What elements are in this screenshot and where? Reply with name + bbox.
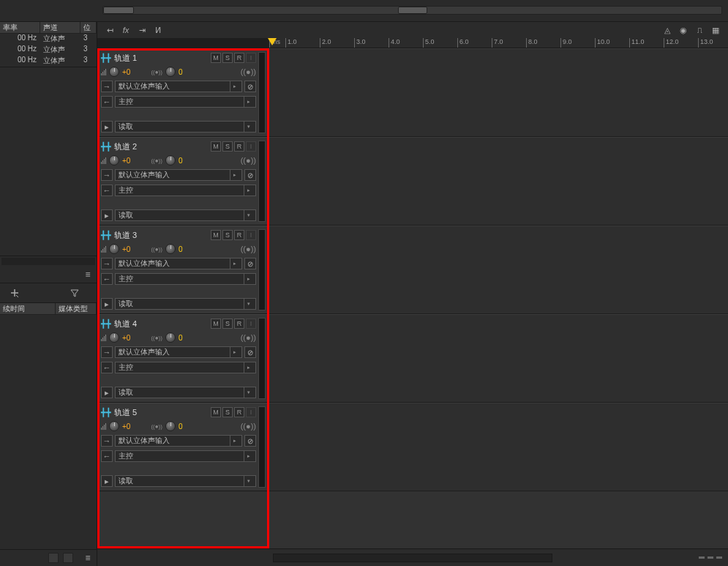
input-arrow-icon[interactable]: → xyxy=(101,258,113,269)
record-button[interactable]: R xyxy=(234,141,244,152)
track-lane[interactable] xyxy=(269,48,728,137)
tool-env-icon[interactable]: ◬ xyxy=(661,24,674,36)
tool-wrap-icon[interactable]: ⎍ xyxy=(693,24,706,36)
output-dropdown[interactable]: 主控▸ xyxy=(115,450,256,462)
volume-value[interactable]: +0 xyxy=(122,157,130,165)
col-media-type[interactable]: 媒体类型 xyxy=(56,303,97,314)
tool-send-icon[interactable]: ⇥ xyxy=(135,24,149,36)
automation-dropdown[interactable]: 读取▾ xyxy=(115,209,256,221)
panel-menu-icon[interactable]: ≡ xyxy=(82,269,94,280)
input-fx-button[interactable]: ⊘ xyxy=(244,346,256,358)
col-rate[interactable]: 率率 xyxy=(0,22,40,33)
pan-value[interactable]: 0 xyxy=(179,245,183,253)
output-arrow-icon[interactable]: ← xyxy=(101,185,113,196)
track-lane[interactable] xyxy=(269,226,728,314)
output-arrow-icon[interactable]: ← xyxy=(101,96,113,108)
track-name[interactable]: 轨道 3 xyxy=(114,230,137,241)
solo-button[interactable]: S xyxy=(222,53,233,63)
solo-button[interactable]: S xyxy=(222,319,233,329)
pan-value[interactable]: 0 xyxy=(179,68,183,76)
mute-button[interactable]: M xyxy=(211,407,221,417)
input-fx-button[interactable]: ⊘ xyxy=(244,81,256,92)
volume-knob[interactable] xyxy=(109,155,119,165)
input-arrow-icon[interactable]: → xyxy=(101,346,113,358)
pan-knob[interactable] xyxy=(165,332,176,343)
track-name[interactable]: 轨道 4 xyxy=(114,319,137,329)
zoom-handle-3[interactable] xyxy=(716,556,722,559)
panel-btn-1[interactable] xyxy=(48,553,59,563)
output-dropdown[interactable]: 主控▸ xyxy=(115,96,256,108)
panel-btn-2[interactable] xyxy=(63,553,73,563)
output-arrow-icon[interactable]: ← xyxy=(101,362,113,373)
mute-button[interactable]: M xyxy=(211,141,221,152)
pan-knob[interactable] xyxy=(165,67,176,77)
track-lane[interactable] xyxy=(269,137,728,226)
tool-eq-icon[interactable]: ⵍ xyxy=(151,24,165,36)
monitor-button[interactable]: I xyxy=(246,141,256,152)
monitor-button[interactable]: I xyxy=(246,407,256,417)
volume-knob[interactable] xyxy=(109,67,119,77)
file-list-scroll[interactable] xyxy=(1,258,95,265)
volume-value[interactable]: +0 xyxy=(122,245,130,253)
input-arrow-icon[interactable]: → xyxy=(101,169,113,181)
track-lane[interactable] xyxy=(269,314,728,403)
record-button[interactable]: R xyxy=(234,53,244,63)
monitor-button[interactable]: I xyxy=(246,319,256,329)
filter-icon[interactable] xyxy=(69,288,80,298)
automation-play-icon[interactable]: ▸ xyxy=(101,121,113,133)
input-dropdown[interactable]: 默认立体声输入▸ xyxy=(115,435,242,447)
pan-knob[interactable] xyxy=(165,244,176,254)
output-arrow-icon[interactable]: ← xyxy=(101,273,113,285)
output-dropdown[interactable]: 主控▸ xyxy=(115,185,256,196)
panel-menu-icon-2[interactable]: ≡ xyxy=(82,553,94,563)
track-name[interactable]: 轨道 5 xyxy=(114,407,137,418)
solo-button[interactable]: S xyxy=(222,141,233,152)
automation-play-icon[interactable]: ▸ xyxy=(101,209,113,221)
track-name[interactable]: 轨道 1 xyxy=(114,53,137,64)
tool-back-icon[interactable]: ↤ xyxy=(103,24,116,36)
h-scrollbar[interactable] xyxy=(273,554,552,562)
input-dropdown[interactable]: 默认立体声输入▸ xyxy=(115,81,242,92)
overview-scrollbar[interactable] xyxy=(102,6,722,15)
automation-dropdown[interactable]: 读取▾ xyxy=(115,387,256,398)
add-icon[interactable] xyxy=(9,288,20,298)
time-ruler[interactable]: ms 1.02.03.04.05.06.07.08.09.010.011.012… xyxy=(269,38,728,48)
pan-value[interactable]: 0 xyxy=(179,334,183,342)
automation-play-icon[interactable]: ▸ xyxy=(101,387,113,398)
record-button[interactable]: R xyxy=(234,230,244,240)
output-arrow-icon[interactable]: ← xyxy=(101,450,113,462)
overview-thumb-mid[interactable] xyxy=(398,7,427,14)
solo-button[interactable]: S xyxy=(222,407,233,417)
volume-knob[interactable] xyxy=(109,421,119,431)
input-dropdown[interactable]: 默认立体声输入▸ xyxy=(115,169,242,181)
col-duration[interactable]: 续时间 xyxy=(0,303,56,314)
col-bits[interactable]: 位 xyxy=(80,22,97,33)
file-row[interactable]: 00 Hz立体声3 xyxy=(0,34,97,45)
pan-value[interactable]: 0 xyxy=(179,422,183,431)
file-row[interactable]: 00 Hz立体声3 xyxy=(0,56,97,67)
input-fx-button[interactable]: ⊘ xyxy=(244,435,256,447)
mute-button[interactable]: M xyxy=(211,319,221,329)
signal-icon[interactable]: ((●)) xyxy=(241,156,256,165)
monitor-button[interactable]: I xyxy=(246,53,256,63)
pan-value[interactable]: 0 xyxy=(179,157,183,165)
volume-value[interactable]: +0 xyxy=(122,422,130,431)
volume-value[interactable]: +0 xyxy=(122,334,130,342)
automation-play-icon[interactable]: ▸ xyxy=(101,475,113,487)
record-button[interactable]: R xyxy=(234,319,244,329)
input-dropdown[interactable]: 默认立体声输入▸ xyxy=(115,346,242,358)
pan-knob[interactable] xyxy=(165,155,176,165)
solo-button[interactable]: S xyxy=(222,230,233,240)
input-fx-button[interactable]: ⊘ xyxy=(244,258,256,269)
automation-dropdown[interactable]: 读取▾ xyxy=(115,298,256,310)
monitor-button[interactable]: I xyxy=(246,230,256,240)
signal-icon[interactable]: ((●)) xyxy=(241,245,256,253)
overview-thumb-left[interactable] xyxy=(103,7,134,14)
tool-grid-icon[interactable]: ▦ xyxy=(709,24,722,36)
mute-button[interactable]: M xyxy=(211,230,221,240)
tool-fx-icon[interactable]: fx xyxy=(119,24,132,36)
track-lane[interactable] xyxy=(269,403,728,491)
automation-play-icon[interactable]: ▸ xyxy=(101,298,113,310)
input-arrow-icon[interactable]: → xyxy=(101,81,113,92)
output-dropdown[interactable]: 主控▸ xyxy=(115,362,256,373)
